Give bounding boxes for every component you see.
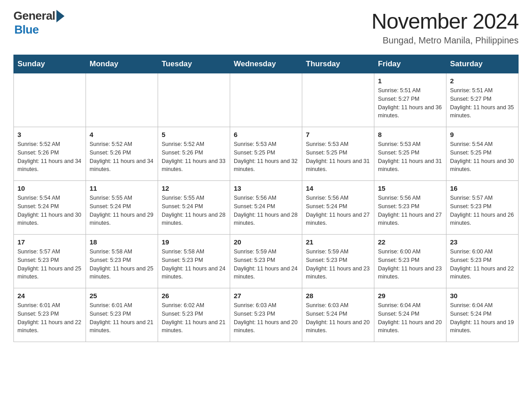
day-number: 11 <box>90 184 154 192</box>
day-info: Sunrise: 5:52 AMSunset: 5:26 PMDaylight:… <box>17 140 82 174</box>
calendar-cell <box>302 73 374 127</box>
calendar-cell: 25Sunrise: 6:01 AMSunset: 5:23 PMDayligh… <box>86 288 158 342</box>
day-info: Sunrise: 6:00 AMSunset: 5:23 PMDaylight:… <box>450 248 515 281</box>
day-number: 26 <box>162 292 226 300</box>
week-row-5: 24Sunrise: 6:01 AMSunset: 5:23 PMDayligh… <box>14 288 519 342</box>
day-info: Sunrise: 5:56 AMSunset: 5:24 PMDaylight:… <box>306 194 370 227</box>
day-number: 19 <box>162 238 226 246</box>
calendar-cell: 26Sunrise: 6:02 AMSunset: 5:23 PMDayligh… <box>158 288 230 342</box>
day-number: 6 <box>234 131 298 138</box>
day-header-thursday: Thursday <box>302 55 374 73</box>
calendar-cell: 8Sunrise: 5:53 AMSunset: 5:25 PMDaylight… <box>374 127 446 181</box>
week-row-2: 3Sunrise: 5:52 AMSunset: 5:26 PMDaylight… <box>14 127 519 181</box>
calendar-cell: 2Sunrise: 5:51 AMSunset: 5:27 PMDaylight… <box>446 73 519 127</box>
day-number: 16 <box>450 184 515 192</box>
day-number: 23 <box>450 238 515 246</box>
calendar-cell: 28Sunrise: 6:03 AMSunset: 5:24 PMDayligh… <box>302 288 374 342</box>
day-info: Sunrise: 5:54 AMSunset: 5:25 PMDaylight:… <box>450 140 515 174</box>
day-header-saturday: Saturday <box>446 55 519 73</box>
day-info: Sunrise: 5:51 AMSunset: 5:27 PMDaylight:… <box>378 86 442 120</box>
calendar-cell: 10Sunrise: 5:54 AMSunset: 5:24 PMDayligh… <box>14 181 86 235</box>
calendar-cell: 21Sunrise: 5:59 AMSunset: 5:23 PMDayligh… <box>302 235 374 288</box>
calendar-cell: 23Sunrise: 6:00 AMSunset: 5:23 PMDayligh… <box>446 235 519 288</box>
day-info: Sunrise: 5:58 AMSunset: 5:23 PMDaylight:… <box>90 248 154 281</box>
calendar-cell: 27Sunrise: 6:03 AMSunset: 5:23 PMDayligh… <box>230 288 302 342</box>
day-header-friday: Friday <box>374 55 446 73</box>
day-number: 9 <box>450 131 515 138</box>
logo-general: General <box>13 9 55 23</box>
calendar-cell: 13Sunrise: 5:56 AMSunset: 5:24 PMDayligh… <box>230 181 302 235</box>
day-info: Sunrise: 5:58 AMSunset: 5:23 PMDaylight:… <box>162 248 226 281</box>
day-info: Sunrise: 6:01 AMSunset: 5:23 PMDaylight:… <box>17 301 82 335</box>
logo-arrow-icon <box>56 10 64 22</box>
day-number: 28 <box>306 292 370 300</box>
calendar-cell: 12Sunrise: 5:55 AMSunset: 5:24 PMDayligh… <box>158 181 230 235</box>
calendar-header-row: SundayMondayTuesdayWednesdayThursdayFrid… <box>14 55 519 73</box>
calendar-cell: 16Sunrise: 5:57 AMSunset: 5:23 PMDayligh… <box>446 181 519 235</box>
calendar-cell: 18Sunrise: 5:58 AMSunset: 5:23 PMDayligh… <box>86 235 158 288</box>
calendar-cell: 19Sunrise: 5:58 AMSunset: 5:23 PMDayligh… <box>158 235 230 288</box>
calendar-cell: 5Sunrise: 5:52 AMSunset: 5:26 PMDaylight… <box>158 127 230 181</box>
calendar-cell: 24Sunrise: 6:01 AMSunset: 5:23 PMDayligh… <box>14 288 86 342</box>
day-number: 13 <box>234 184 298 192</box>
day-info: Sunrise: 5:59 AMSunset: 5:23 PMDaylight:… <box>306 248 370 281</box>
calendar-cell: 11Sunrise: 5:55 AMSunset: 5:24 PMDayligh… <box>86 181 158 235</box>
calendar-cell: 3Sunrise: 5:52 AMSunset: 5:26 PMDaylight… <box>14 127 86 181</box>
day-header-monday: Monday <box>86 55 158 73</box>
day-header-tuesday: Tuesday <box>158 55 230 73</box>
day-number: 2 <box>450 77 515 85</box>
calendar-cell <box>86 73 158 127</box>
month-title: November 2024 <box>371 9 519 34</box>
day-info: Sunrise: 5:57 AMSunset: 5:23 PMDaylight:… <box>17 248 82 281</box>
logo-blue: Blue <box>14 23 39 37</box>
day-info: Sunrise: 5:52 AMSunset: 5:26 PMDaylight:… <box>90 140 154 174</box>
day-number: 8 <box>378 131 442 138</box>
calendar-table: SundayMondayTuesdayWednesdayThursdayFrid… <box>13 55 519 342</box>
day-info: Sunrise: 5:52 AMSunset: 5:26 PMDaylight:… <box>162 140 226 174</box>
calendar-cell: 20Sunrise: 5:59 AMSunset: 5:23 PMDayligh… <box>230 235 302 288</box>
day-info: Sunrise: 5:51 AMSunset: 5:27 PMDaylight:… <box>450 86 515 120</box>
day-number: 14 <box>306 184 370 192</box>
day-number: 21 <box>306 238 370 246</box>
week-row-4: 17Sunrise: 5:57 AMSunset: 5:23 PMDayligh… <box>14 235 519 288</box>
week-row-3: 10Sunrise: 5:54 AMSunset: 5:24 PMDayligh… <box>14 181 519 235</box>
day-info: Sunrise: 6:04 AMSunset: 5:24 PMDaylight:… <box>450 301 515 335</box>
calendar-cell: 15Sunrise: 5:56 AMSunset: 5:23 PMDayligh… <box>374 181 446 235</box>
day-number: 3 <box>17 131 82 138</box>
day-header-sunday: Sunday <box>14 55 86 73</box>
day-number: 7 <box>306 131 370 138</box>
day-number: 4 <box>90 131 154 138</box>
day-info: Sunrise: 5:56 AMSunset: 5:23 PMDaylight:… <box>378 194 442 227</box>
day-info: Sunrise: 5:59 AMSunset: 5:23 PMDaylight:… <box>234 248 298 281</box>
calendar-cell: 4Sunrise: 5:52 AMSunset: 5:26 PMDaylight… <box>86 127 158 181</box>
day-info: Sunrise: 5:55 AMSunset: 5:24 PMDaylight:… <box>90 194 154 227</box>
calendar-cell: 29Sunrise: 6:04 AMSunset: 5:24 PMDayligh… <box>374 288 446 342</box>
day-header-wednesday: Wednesday <box>230 55 302 73</box>
day-number: 29 <box>378 292 442 300</box>
day-number: 17 <box>17 238 82 246</box>
day-info: Sunrise: 5:53 AMSunset: 5:25 PMDaylight:… <box>306 140 370 174</box>
day-info: Sunrise: 5:53 AMSunset: 5:25 PMDaylight:… <box>378 140 442 174</box>
day-info: Sunrise: 6:04 AMSunset: 5:24 PMDaylight:… <box>378 301 442 335</box>
location-subtitle: Bungad, Metro Manila, Philippines <box>371 35 519 46</box>
day-number: 20 <box>234 238 298 246</box>
calendar-cell: 17Sunrise: 5:57 AMSunset: 5:23 PMDayligh… <box>14 235 86 288</box>
day-info: Sunrise: 5:53 AMSunset: 5:25 PMDaylight:… <box>234 140 298 174</box>
day-info: Sunrise: 5:56 AMSunset: 5:24 PMDaylight:… <box>234 194 298 227</box>
day-info: Sunrise: 5:54 AMSunset: 5:24 PMDaylight:… <box>17 194 82 227</box>
day-number: 24 <box>17 292 82 300</box>
day-number: 18 <box>90 238 154 246</box>
day-info: Sunrise: 5:57 AMSunset: 5:23 PMDaylight:… <box>450 194 515 227</box>
day-info: Sunrise: 6:01 AMSunset: 5:23 PMDaylight:… <box>90 301 154 335</box>
page-header: General Blue November 2024 Bungad, Metro… <box>13 9 519 46</box>
day-number: 15 <box>378 184 442 192</box>
day-number: 10 <box>17 184 82 192</box>
week-row-1: 1Sunrise: 5:51 AMSunset: 5:27 PMDaylight… <box>14 73 519 127</box>
day-number: 5 <box>162 131 226 138</box>
calendar-cell: 7Sunrise: 5:53 AMSunset: 5:25 PMDaylight… <box>302 127 374 181</box>
day-number: 22 <box>378 238 442 246</box>
calendar-cell: 30Sunrise: 6:04 AMSunset: 5:24 PMDayligh… <box>446 288 519 342</box>
calendar-cell: 22Sunrise: 6:00 AMSunset: 5:23 PMDayligh… <box>374 235 446 288</box>
day-number: 27 <box>234 292 298 300</box>
calendar-cell: 14Sunrise: 5:56 AMSunset: 5:24 PMDayligh… <box>302 181 374 235</box>
